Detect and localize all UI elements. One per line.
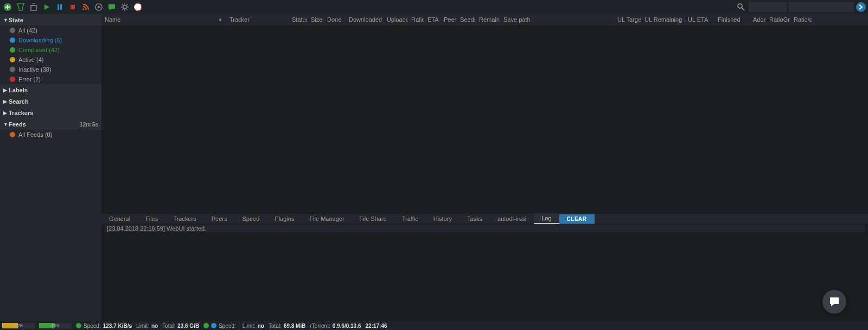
- svg-point-5: [83, 9, 85, 10]
- col-seeds[interactable]: Seeds: [457, 16, 476, 23]
- tab-filemanager[interactable]: File Manager: [302, 214, 352, 224]
- search-icon[interactable]: [736, 2, 746, 12]
- filter-input[interactable]: [749, 2, 787, 12]
- col-done[interactable]: Done: [324, 16, 346, 23]
- col-ulremaining[interactable]: UL Remaining: [641, 16, 685, 23]
- sidebar-section-feeds[interactable]: ▼Feeds12m 5s: [0, 119, 101, 130]
- col-downloaded[interactable]: Downloaded: [346, 16, 384, 23]
- svg-rect-3: [60, 4, 62, 10]
- dot-icon: [10, 77, 15, 82]
- create-torrent-button[interactable]: [15, 2, 26, 12]
- download-icon: [76, 323, 81, 328]
- dot-icon: [10, 47, 15, 53]
- search-input[interactable]: [789, 2, 854, 12]
- log-line: [23.04.2018 22:16:59] WebUI started.: [105, 225, 865, 232]
- sidebar-section-search[interactable]: ▶Search: [0, 96, 101, 107]
- sidebar-item-error[interactable]: Error (2): [0, 74, 101, 84]
- tab-plugins[interactable]: Plugins: [267, 214, 302, 224]
- toolbar: [0, 0, 868, 14]
- torrent-table-body: [101, 25, 868, 214]
- torrent-table-header: Name▲ Tracker Status Size Done Downloade…: [101, 14, 868, 25]
- col-added[interactable]: Added: [750, 16, 766, 23]
- col-uleta[interactable]: UL ETA: [685, 16, 714, 23]
- tab-trackers[interactable]: Trackers: [165, 214, 203, 224]
- tab-history[interactable]: History: [426, 214, 459, 224]
- col-ultarget[interactable]: UL Target: [614, 16, 641, 23]
- tab-general[interactable]: General: [101, 214, 138, 224]
- col-peers[interactable]: Peers: [441, 16, 457, 23]
- tab-files[interactable]: Files: [138, 214, 165, 224]
- pause-button[interactable]: [54, 2, 65, 12]
- disk-usage-2[interactable]: 48%: [39, 323, 72, 328]
- dot-icon: [10, 57, 15, 62]
- col-uploaded[interactable]: Uploaded: [384, 16, 408, 23]
- sidebar-item-active[interactable]: Active (4): [0, 55, 101, 65]
- sidebar-section-labels[interactable]: ▶Labels: [0, 85, 101, 96]
- add-torrent-button[interactable]: [2, 2, 13, 12]
- tab-autodl[interactable]: autodl-irssi: [490, 214, 534, 224]
- svg-point-7: [98, 6, 100, 8]
- help-button[interactable]: [132, 2, 143, 12]
- svg-rect-2: [58, 4, 59, 10]
- col-ratioda[interactable]: Ratio/da: [790, 16, 812, 23]
- stop-button[interactable]: [67, 2, 78, 12]
- chat-button[interactable]: [106, 2, 117, 12]
- tab-log[interactable]: Log: [534, 213, 559, 224]
- tab-speed[interactable]: Speed: [235, 214, 267, 224]
- rtorrent-version: rTorrent: 0.9.6/0.13.6: [310, 323, 361, 329]
- col-eta[interactable]: ETA: [424, 16, 441, 23]
- col-size[interactable]: Size: [308, 16, 324, 23]
- log-area: [23.04.2018 22:16:59] WebUI started.: [101, 224, 868, 321]
- col-status[interactable]: Status: [289, 16, 308, 23]
- col-tracker[interactable]: Tracker: [226, 16, 289, 23]
- dot-icon: [10, 37, 15, 43]
- upload-total: Total: 69.8 MiB: [269, 323, 305, 329]
- tab-tasks[interactable]: Tasks: [459, 214, 490, 224]
- dot-icon: [10, 67, 15, 72]
- upload-icon: [211, 323, 216, 328]
- remove-button[interactable]: [28, 2, 39, 12]
- sidebar-item-inactive[interactable]: Inactive (38): [0, 65, 101, 74]
- settings-button[interactable]: [119, 2, 130, 12]
- sidebar-item-all-feeds[interactable]: All Feeds (0): [0, 130, 101, 139]
- download-speed: Speed: 123.7 KiB/s: [76, 323, 132, 329]
- svg-point-11: [738, 4, 742, 8]
- disk-usage-1[interactable]: 48%: [2, 323, 35, 328]
- sidebar: ▼State All (42) Downloading (6) Complete…: [0, 14, 101, 321]
- detail-tabs: General Files Trackers Peers Speed Plugi…: [101, 214, 868, 224]
- download-limit[interactable]: Limit: no: [136, 323, 158, 329]
- svg-rect-4: [71, 5, 75, 9]
- sidebar-section-trackers[interactable]: ▶Trackers: [0, 107, 101, 118]
- upload-speed: Speed:: [203, 323, 238, 329]
- tab-traffic[interactable]: Traffic: [394, 214, 426, 224]
- search-go-button[interactable]: [856, 2, 866, 12]
- sidebar-section-state[interactable]: ▼State: [0, 15, 101, 26]
- tab-fileshare[interactable]: File Share: [352, 214, 394, 224]
- sidebar-item-completed[interactable]: Completed (42): [0, 45, 101, 55]
- search-area: [736, 2, 866, 12]
- col-remaining[interactable]: Remaining: [476, 16, 500, 23]
- clear-log-button[interactable]: CLEAR: [559, 214, 595, 224]
- tab-peers[interactable]: Peers: [204, 214, 235, 224]
- col-ratiogroup[interactable]: RatioGroup: [766, 16, 790, 23]
- feeds-timer: 12m 5s: [80, 122, 98, 128]
- dot-icon: [10, 132, 15, 137]
- start-button[interactable]: [41, 2, 52, 12]
- col-finished[interactable]: Finished: [714, 16, 750, 23]
- download-total: Total: 23.6 GiB: [162, 323, 199, 329]
- svg-rect-1: [31, 5, 36, 10]
- dot-icon: [10, 28, 15, 33]
- autodl-button[interactable]: [93, 2, 104, 12]
- statusbar: 48% 48% Speed: 123.7 KiB/s Limit: no Tot…: [0, 321, 868, 330]
- sort-asc-icon: ▲: [218, 17, 222, 22]
- chat-widget-button[interactable]: [822, 290, 846, 314]
- col-savepath[interactable]: Save path: [500, 16, 614, 23]
- sidebar-label: State: [9, 17, 23, 23]
- upload-limit[interactable]: Limit: no: [242, 323, 264, 329]
- col-ratio[interactable]: Ratio: [408, 16, 424, 23]
- sidebar-item-downloading[interactable]: Downloading (6): [0, 35, 101, 45]
- sidebar-item-all[interactable]: All (42): [0, 26, 101, 35]
- checkmark-icon: [203, 323, 209, 328]
- rss-button[interactable]: [80, 2, 91, 12]
- col-name[interactable]: Name▲: [101, 16, 226, 23]
